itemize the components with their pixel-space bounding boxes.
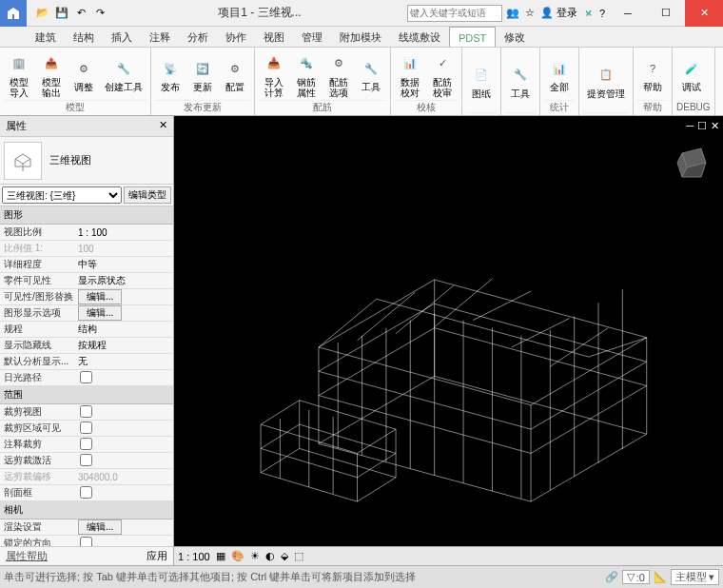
menu-注释[interactable]: 注释	[141, 27, 179, 47]
edit-type-button[interactable]: 编辑类型	[124, 186, 171, 204]
ribbon-创建工具[interactable]: 🔧创建工具	[101, 49, 147, 100]
prop-row: 详细程度	[0, 257, 173, 273]
model-selector[interactable]: 主模型 ▾	[671, 569, 719, 585]
ribbon-更新[interactable]: 🔄更新	[187, 49, 218, 100]
shadow-icon[interactable]: ◐	[265, 550, 275, 562]
ribbon-钢筋属性[interactable]: 🔩钢筋属性	[291, 49, 322, 100]
status-hint: 单击可进行选择; 按 Tab 键并单击可选择其他项目; 按 Ctrl 键并单击可…	[4, 570, 416, 584]
ribbon-工具[interactable]: 🔧工具	[505, 49, 536, 112]
login-button[interactable]: 👤 登录	[540, 6, 577, 20]
help-icon[interactable]: ?	[599, 8, 605, 19]
ribbon-工具[interactable]: 🔧工具	[356, 49, 386, 100]
section-相机[interactable]: 相机	[0, 501, 173, 519]
apply-button[interactable]: 应用	[147, 549, 167, 563]
prop-input[interactable]	[78, 341, 173, 351]
section-图形[interactable]: 图形	[0, 206, 173, 225]
link-icon[interactable]: 🔗	[605, 571, 618, 583]
prop-check[interactable]	[80, 454, 92, 466]
menu-分析[interactable]: 分析	[179, 27, 217, 47]
search-input[interactable]	[407, 5, 502, 22]
prop-input[interactable]	[78, 357, 173, 367]
menu-PDST[interactable]: PDST	[449, 27, 496, 47]
menu-视图[interactable]: 视图	[255, 27, 293, 47]
maximize-button[interactable]: ☐	[647, 0, 685, 27]
prop-row: 规程	[0, 322, 173, 338]
scale-label[interactable]: 1 : 100	[178, 551, 210, 562]
ribbon-数据校对[interactable]: 📊数据校对	[395, 49, 425, 100]
sun-icon[interactable]: ☀	[250, 550, 260, 562]
prop-input[interactable]	[78, 472, 173, 482]
prop-input[interactable]	[78, 324, 173, 335]
3d-viewport[interactable]: ─ ☐ ✕ 1 : 100 ▦ 🎨 ☀ ◐ ⬙ ⬚	[174, 116, 723, 565]
undo-icon[interactable]: ↶	[72, 5, 89, 22]
viewport-close-icon[interactable]: ✕	[711, 120, 719, 132]
menu-修改[interactable]: 修改	[496, 27, 534, 47]
render-icon[interactable]: ⬙	[281, 550, 288, 562]
view-selector[interactable]: 三维视图: {三维}	[2, 186, 122, 204]
props-close-icon[interactable]: ✕	[159, 119, 167, 133]
building-wireframe	[184, 145, 666, 531]
viewport-minimize-icon[interactable]: ─	[686, 120, 694, 132]
menu-结构[interactable]: 结构	[65, 27, 103, 47]
section-范围[interactable]: 范围	[0, 386, 173, 404]
viewport-maximize-icon[interactable]: ☐	[697, 120, 707, 132]
redo-icon[interactable]: ↷	[91, 5, 108, 22]
prop-check[interactable]	[80, 438, 92, 450]
detail-icon[interactable]: ▦	[216, 550, 225, 562]
exchange-icon[interactable]: 🗶	[583, 8, 594, 19]
ribbon-帮助[interactable]: ?帮助	[637, 49, 668, 100]
prop-row: 视图比例	[0, 225, 173, 241]
ribbon-模型导入[interactable]: 🏢模型导入	[4, 49, 34, 100]
prop-row: 显示隐藏线	[0, 338, 173, 354]
props-help-link[interactable]: 属性帮助	[6, 549, 48, 563]
prop-row: 图形显示选项编辑...	[0, 305, 173, 322]
ribbon-配筋校审[interactable]: ✓配筋校审	[427, 49, 458, 100]
menu-附加模块[interactable]: 附加模块	[331, 27, 390, 47]
prop-check[interactable]	[80, 371, 92, 383]
prop-input[interactable]	[78, 260, 173, 270]
prop-row: 远剪裁偏移	[0, 469, 173, 485]
style-icon[interactable]: 🎨	[231, 550, 244, 562]
ribbon-模型输出[interactable]: 📤模型输出	[36, 49, 67, 100]
prop-check[interactable]	[80, 421, 92, 434]
close-button[interactable]: ✕	[685, 0, 723, 27]
crop-icon[interactable]: ⬚	[294, 550, 303, 562]
prop-input[interactable]	[78, 276, 173, 286]
ribbon-提资管理[interactable]: 📋提资管理	[583, 49, 629, 112]
ribbon-配置[interactable]: ⚙配置	[220, 49, 250, 100]
minimize-button[interactable]: ─	[609, 0, 647, 27]
viewcube[interactable]	[668, 139, 715, 186]
open-icon[interactable]: 📂	[34, 5, 51, 22]
prop-input[interactable]	[78, 227, 173, 238]
prop-row: 锁定的方向	[0, 536, 173, 546]
star-icon[interactable]: ☆	[525, 7, 535, 19]
ribbon-发布[interactable]: 📡发布	[155, 49, 186, 100]
menu-插入[interactable]: 插入	[103, 27, 141, 47]
menu-线缆敷设[interactable]: 线缆敷设	[390, 27, 449, 47]
save-icon[interactable]: 💾	[53, 5, 70, 22]
ribbon-配筋选项[interactable]: ⚙配筋选项	[323, 49, 354, 100]
prop-row: 裁剪视图	[0, 404, 173, 421]
prop-edit-button[interactable]: 编辑...	[78, 289, 122, 304]
ribbon-调整[interactable]: ⚙调整	[68, 49, 99, 100]
prop-input[interactable]	[78, 244, 173, 254]
prop-check[interactable]	[80, 537, 92, 547]
selection-icon[interactable]: 📐	[654, 571, 667, 583]
prop-row: 远剪裁激活	[0, 453, 173, 469]
ribbon-图纸[interactable]: 📄图纸	[466, 49, 497, 112]
info-icon[interactable]: 👥	[506, 7, 519, 19]
menu-建筑[interactable]: 建筑	[27, 27, 65, 47]
view-control-bar: 1 : 100 ▦ 🎨 ☀ ◐ ⬙ ⬚	[174, 546, 723, 565]
ribbon-调试[interactable]: 🧪调试	[676, 49, 707, 100]
app-icon[interactable]	[0, 0, 27, 27]
ribbon-全部[interactable]: 📊全部	[544, 49, 575, 100]
menu-管理[interactable]: 管理	[293, 27, 331, 47]
prop-edit-button[interactable]: 编辑...	[78, 519, 122, 535]
prop-edit-button[interactable]: 编辑...	[78, 305, 122, 321]
filter-count[interactable]: ▽ :0	[622, 570, 650, 584]
prop-check[interactable]	[80, 486, 92, 499]
ribbon-导入计算[interactable]: 📥导入计算	[259, 49, 289, 100]
prop-row: 裁剪区域可见	[0, 421, 173, 437]
prop-check[interactable]	[80, 405, 92, 418]
menu-协作[interactable]: 协作	[217, 27, 255, 47]
